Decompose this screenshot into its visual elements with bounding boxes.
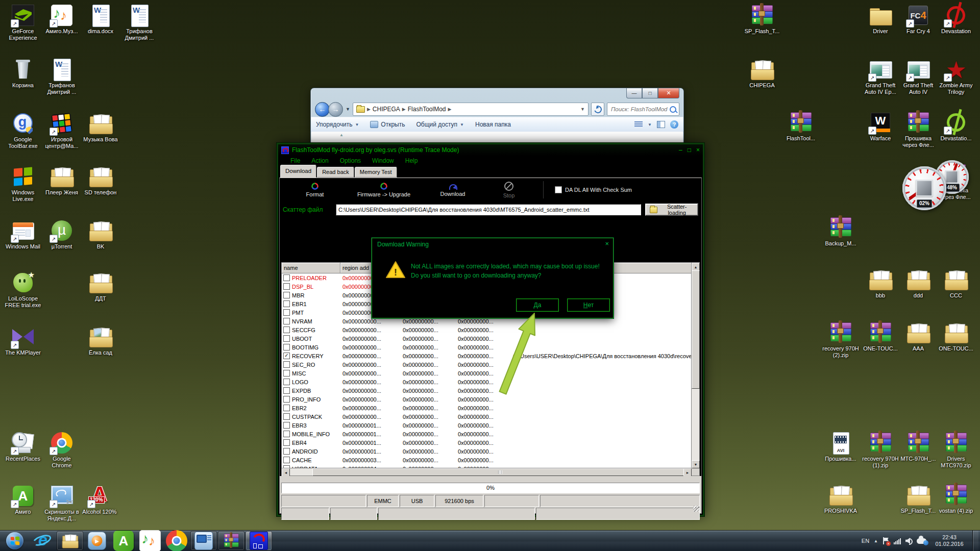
taskbar-windows-explorer-button[interactable] — [57, 531, 83, 550]
desktop-icon[interactable]: Плеер Женя — [43, 164, 81, 196]
desktop-icon[interactable]: ↗GeForce Experience — [4, 3, 42, 41]
desktop-icon[interactable]: ↗Google Chrome — [43, 431, 81, 469]
address-dropdown-icon[interactable]: ▼ — [580, 107, 585, 112]
command-bar-item[interactable]: Открыть — [370, 121, 405, 128]
desktop-icon[interactable]: Driver — [862, 3, 899, 35]
table-row[interactable]: CUSTPACK0x000000000...0x00000000...0x000… — [282, 412, 699, 421]
row-checkbox[interactable] — [283, 300, 290, 307]
desktop-icon[interactable]: Wdima.docx — [82, 3, 119, 35]
desktop-icon[interactable]: bbb — [862, 267, 899, 299]
desktop-icon[interactable]: Backup_M... — [822, 215, 860, 247]
scroll-down-icon[interactable]: ▼ — [692, 460, 700, 468]
explorer-titlebar[interactable]: — □ ✕ — [311, 88, 683, 102]
row-checkbox[interactable] — [283, 396, 290, 403]
taskbar-amigo-browser-button[interactable]: A — [110, 531, 137, 551]
desktop-icon[interactable]: PROSHIVKA — [822, 483, 860, 514]
desktop-icon[interactable]: ↗Devastatio... — [937, 110, 975, 142]
view-options-icon[interactable] — [634, 121, 643, 128]
row-checkbox[interactable] — [283, 448, 290, 455]
desktop-icon[interactable]: FlashTool... — [782, 110, 820, 142]
desktop-icon[interactable]: SD телефон — [82, 164, 119, 196]
taskbar-internet-explorer-button[interactable]: e — [30, 531, 56, 551]
desktop-icon[interactable]: µ↗µTorrent — [43, 218, 81, 250]
desktop-icon[interactable]: vostan (4).zip — [937, 483, 975, 514]
desktop-icon[interactable]: Windows Live.exe — [4, 164, 42, 203]
flashtool-titlebar[interactable]: FlashToolMod fly-droid.org by oleg.svs (… — [278, 144, 703, 156]
command-bar-item[interactable]: Упорядочить▼ — [316, 121, 359, 128]
row-checkbox[interactable] — [283, 283, 290, 290]
scatter-loading-button[interactable]: Scatter-loading — [645, 204, 698, 216]
no-button[interactable]: Нет — [567, 298, 610, 312]
desktop-icon[interactable]: Ёлка сад — [82, 324, 119, 356]
taskbar-winrar-button[interactable] — [218, 531, 244, 550]
table-row[interactable]: EBR40x000000001...0x00000000...0x0000000… — [282, 438, 699, 447]
row-checkbox[interactable] — [283, 344, 290, 350]
row-checkbox[interactable] — [283, 439, 290, 446]
row-checkbox[interactable] — [283, 327, 290, 333]
desktop-icon[interactable]: ★↗Zombie Army Trilogy — [937, 57, 975, 95]
menu-item-action[interactable]: Action — [306, 157, 333, 164]
row-checkbox[interactable] — [283, 431, 290, 437]
table-row[interactable]: MOBILE_INFO0x000000001...0x00000000...0x… — [282, 430, 699, 438]
row-checkbox[interactable]: ✓ — [283, 353, 290, 359]
resize-grip[interactable] — [693, 506, 699, 512]
desktop-icon[interactable]: Drivers MTC970.zip — [937, 431, 975, 469]
close-icon[interactable]: × — [605, 240, 609, 247]
action-center-icon[interactable]: × — [883, 537, 889, 545]
nav-history-dropdown-icon[interactable]: ▼ — [346, 107, 350, 112]
tab-read-back[interactable]: Read back — [317, 167, 354, 178]
row-checkbox[interactable] — [283, 422, 290, 429]
sync-app-icon[interactable] — [917, 538, 926, 544]
command-bar-item[interactable]: Общий доступ▼ — [416, 121, 464, 128]
row-checkbox[interactable] — [283, 361, 290, 368]
row-checkbox[interactable] — [283, 457, 290, 463]
desktop-icon[interactable]: WТрифанов Дмитрий ... — [120, 3, 158, 41]
minimize-button[interactable]: — — [626, 88, 642, 98]
scatter-file-input[interactable] — [336, 204, 641, 215]
desktop-icon[interactable]: A120%↗Alcohol 120% — [81, 484, 118, 515]
desktop-icon[interactable]: WТрифанов Дмитрий ... — [43, 57, 81, 95]
desktop-icon[interactable]: Прошивка через Фле... — [899, 110, 937, 148]
maximize-button[interactable]: □ — [688, 146, 691, 154]
row-checkbox[interactable] — [283, 292, 290, 298]
menu-item-window[interactable]: Window — [367, 157, 399, 164]
close-button[interactable]: ✕ — [658, 88, 679, 98]
taskbar-display-settings-button[interactable] — [190, 531, 217, 550]
taskbar-media-player-button[interactable]: ▶ — [84, 531, 110, 551]
preview-pane-icon[interactable] — [657, 121, 665, 128]
row-checkbox[interactable] — [283, 335, 290, 342]
desktop-icon[interactable]: ♪♪↗Амиго.Муз... — [43, 3, 81, 35]
desktop-icon[interactable]: gGoogle ToolBar.exe — [4, 111, 42, 149]
tab-memory-test[interactable]: Memory Test — [355, 167, 397, 178]
desktop-icon[interactable]: W↗Warface — [862, 110, 899, 142]
desktop-icon[interactable]: CCC — [937, 267, 975, 299]
breadcrumb-item[interactable]: CHIPEGA — [373, 106, 400, 113]
desktop-icon[interactable]: ONE-TOUC... — [862, 320, 899, 352]
language-indicator[interactable]: EN — [862, 538, 869, 544]
close-button[interactable]: × — [696, 146, 700, 154]
clock[interactable]: 22:43 01.02.2016 — [931, 534, 968, 547]
desktop-icon[interactable]: ↗Grand Theft Auto IV Ep... — [862, 57, 899, 95]
minimize-button[interactable]: – — [679, 146, 682, 154]
row-checkbox[interactable] — [283, 387, 290, 394]
search-box[interactable] — [607, 103, 679, 116]
scroll-left-icon[interactable]: ◄ — [282, 468, 290, 477]
desktop-icon[interactable]: A↗Амиго — [4, 484, 42, 515]
row-checkbox[interactable] — [283, 318, 290, 324]
desktop-icon[interactable]: ONE-TOUC... — [937, 320, 975, 352]
desktop-icon[interactable]: CHIPEGA — [743, 57, 781, 89]
desktop-icon[interactable]: AVIПрошивка... — [822, 431, 860, 462]
desktop-icon[interactable]: ↗Игровой центр@Ma... — [43, 111, 81, 149]
row-checkbox[interactable] — [283, 413, 290, 420]
desktop-icon[interactable]: Корзина — [4, 57, 42, 89]
desktop-icon[interactable]: SP_Flash_T... — [743, 3, 781, 35]
taskbar-flashtool-button[interactable] — [246, 531, 272, 550]
row-checkbox[interactable] — [283, 309, 290, 316]
menu-item-help[interactable]: Help — [400, 157, 423, 164]
taskbar-google-chrome-button[interactable] — [163, 531, 190, 551]
desktop-icon[interactable]: ddd — [899, 267, 937, 299]
row-checkbox[interactable] — [283, 379, 290, 385]
address-bar[interactable]: ▶ CHIPEGA▶FlashToolMod▶ ▼ — [353, 103, 589, 116]
format-button[interactable]: Format — [287, 183, 343, 197]
scroll-right-icon[interactable]: ► — [683, 468, 692, 477]
